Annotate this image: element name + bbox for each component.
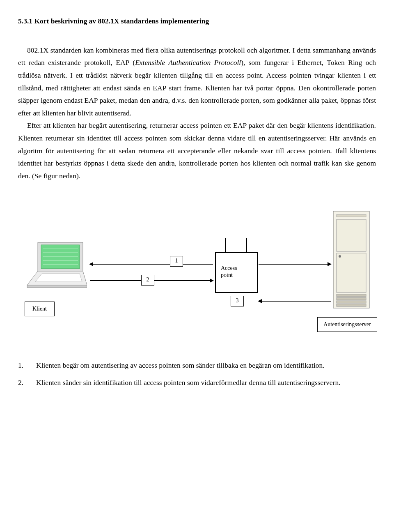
para1-b: ), som fungerar i Ethernet, Token Ring o…	[18, 58, 376, 117]
step-item-1: Klienten begär om autentisering av acces…	[18, 359, 376, 372]
step-item-2: Klienten sänder sin identifikation till …	[18, 376, 376, 389]
svg-marker-8	[35, 274, 82, 282]
svg-rect-17	[337, 301, 366, 303]
step-number-2: 2	[141, 275, 154, 286]
client-label: Klient	[25, 302, 55, 317]
svg-marker-1	[41, 245, 80, 269]
svg-rect-15	[337, 294, 366, 297]
auth-server-label: Autentiseringsserver	[317, 317, 377, 332]
section-heading: 5.3.1 Kort beskrivning av 802.1X standar…	[18, 15, 376, 28]
paragraph-2: Efter att klienten har begärt autentiser…	[18, 119, 376, 182]
arrow-1	[90, 264, 213, 265]
laptop-icon	[25, 240, 87, 293]
svg-rect-12	[337, 219, 366, 251]
step-number-1: 1	[170, 256, 183, 267]
ap-label-line1: Access	[221, 265, 237, 271]
access-point-label: Access point	[221, 265, 237, 279]
svg-rect-18	[337, 304, 366, 306]
arrow-ap-to-server	[259, 264, 331, 265]
svg-rect-9	[27, 285, 87, 288]
svg-point-14	[339, 255, 341, 258]
svg-rect-11	[337, 214, 366, 217]
step-number-3: 3	[231, 296, 244, 306]
arrow-server-to-ap	[259, 301, 331, 302]
network-diagram: Klient Access point Autentiseringsserver	[18, 215, 376, 339]
svg-rect-13	[337, 253, 366, 292]
svg-rect-16	[337, 297, 366, 300]
access-point-icon: Access point	[215, 252, 258, 293]
ap-label-line2: point	[221, 272, 233, 278]
para1-italic: Extensible Authentication Protocoll	[135, 58, 241, 67]
server-icon	[331, 210, 372, 317]
paragraph-1: 802.1X standarden kan kombineras med fle…	[18, 44, 376, 120]
step-list: Klienten begär om autentisering av acces…	[18, 359, 376, 389]
